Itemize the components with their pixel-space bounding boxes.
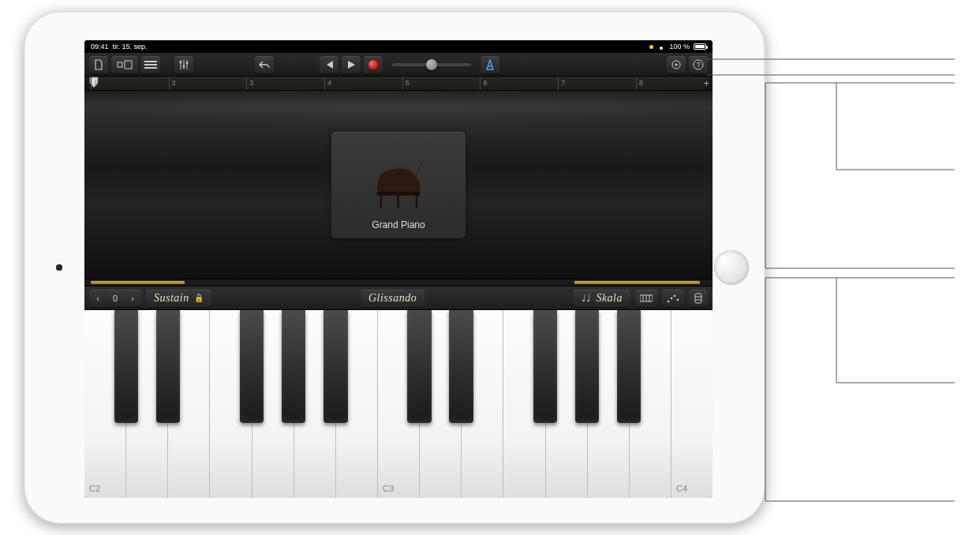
grand-piano-icon xyxy=(367,156,430,211)
scale-label: Skala xyxy=(596,292,623,305)
keyboard-controls: ‹ 0 › Sustain 🔒 Glissando ♩♩ Skala xyxy=(84,286,713,310)
keyboard-settings-icon xyxy=(694,293,703,304)
black-key[interactable] xyxy=(114,310,138,423)
help-icon: ? xyxy=(693,59,704,70)
metronome-button[interactable] xyxy=(481,56,499,73)
svg-point-5 xyxy=(180,61,182,63)
black-key[interactable] xyxy=(407,310,431,423)
octave-up-button[interactable]: › xyxy=(124,290,141,307)
gear-icon xyxy=(671,59,682,70)
glissando-button[interactable]: Glissando xyxy=(361,290,425,307)
track-controls-button[interactable] xyxy=(174,56,193,73)
black-key[interactable] xyxy=(282,310,305,423)
scale-button[interactable]: ♩♩ Skala xyxy=(574,290,630,307)
browser-icon xyxy=(117,60,133,69)
go-to-beginning-button[interactable] xyxy=(320,56,339,73)
scroll-segment-icon xyxy=(574,281,700,284)
arpeggiator-icon xyxy=(667,294,679,303)
svg-rect-25 xyxy=(695,294,701,303)
browser-button[interactable] xyxy=(111,56,138,73)
home-button[interactable] xyxy=(714,250,749,285)
rewind-icon xyxy=(324,60,335,69)
slider-knob-icon xyxy=(426,59,437,70)
sustain-button[interactable]: Sustain 🔒 xyxy=(146,290,211,307)
black-key[interactable] xyxy=(575,310,599,423)
instrument-area: Grand Piano xyxy=(84,91,713,279)
keyboard-layout-icon xyxy=(640,294,653,303)
instrument-selector[interactable]: Grand Piano xyxy=(331,132,466,238)
play-icon xyxy=(346,60,356,69)
octave-label: C2 xyxy=(89,484,100,493)
wifi-icon xyxy=(657,43,665,50)
black-key[interactable] xyxy=(449,310,473,423)
undo-icon xyxy=(258,60,271,69)
status-date: tir. 15. sep. xyxy=(113,43,148,51)
record-icon xyxy=(368,60,378,69)
loop-region-icon xyxy=(89,77,705,90)
keyboard-scroll-strip[interactable] xyxy=(84,279,713,286)
black-key[interactable] xyxy=(533,310,557,423)
piano-keyboard[interactable]: C2 C3 C4 xyxy=(84,310,713,498)
ruler-bar: 7 xyxy=(558,77,565,90)
privacy-indicator-icon xyxy=(649,45,653,49)
my-songs-button[interactable] xyxy=(89,56,108,73)
svg-rect-16 xyxy=(416,195,417,208)
ruler-bar: 2 xyxy=(169,77,176,90)
svg-rect-1 xyxy=(125,61,132,69)
ios-status-bar: 09:41 tir. 15. sep. 100 % xyxy=(84,40,713,53)
ruler-bar: 8 xyxy=(636,77,643,90)
ruler[interactable]: 1 2 3 4 5 6 7 8 + xyxy=(84,77,713,91)
svg-rect-0 xyxy=(118,62,122,67)
svg-rect-3 xyxy=(144,64,157,65)
sustain-label: Sustain xyxy=(154,292,189,305)
play-button[interactable] xyxy=(342,56,361,73)
app-screen: 09:41 tir. 15. sep. 100 % xyxy=(84,40,713,498)
ipad-device-frame: 09:41 tir. 15. sep. 100 % xyxy=(24,11,765,524)
white-key[interactable]: C4 xyxy=(671,310,713,498)
notes-icon: ♩♩ xyxy=(582,293,591,304)
document-icon xyxy=(93,59,104,70)
svg-point-22 xyxy=(671,297,673,299)
svg-rect-15 xyxy=(397,195,398,208)
octave-label: C3 xyxy=(383,484,394,493)
keyboard-layout-button[interactable] xyxy=(635,290,657,307)
tracks-view-button[interactable] xyxy=(141,56,160,73)
octave-down-button[interactable]: ‹ xyxy=(89,290,107,307)
svg-point-6 xyxy=(183,65,185,67)
arpeggiator-button[interactable] xyxy=(662,290,684,307)
svg-point-23 xyxy=(674,294,676,297)
help-button[interactable]: ? xyxy=(689,56,708,73)
battery-icon xyxy=(694,43,706,50)
black-key[interactable] xyxy=(324,310,347,423)
black-key[interactable] xyxy=(617,310,641,423)
sliders-icon xyxy=(178,59,189,70)
undo-button[interactable] xyxy=(255,56,274,73)
tracks-icon xyxy=(144,60,157,69)
ruler-bar: 3 xyxy=(246,77,253,90)
scroll-segment-icon xyxy=(91,281,185,284)
ruler-bar: 1 xyxy=(91,77,98,90)
svg-point-9 xyxy=(675,63,678,65)
black-key[interactable] xyxy=(240,310,264,423)
lock-icon: 🔒 xyxy=(194,294,204,302)
battery-percent: 100 % xyxy=(669,43,690,51)
octave-label: C4 xyxy=(676,484,687,493)
svg-point-24 xyxy=(677,298,679,301)
add-section-button[interactable]: + xyxy=(703,77,709,89)
svg-rect-12 xyxy=(377,192,420,196)
status-time: 09:41 xyxy=(91,43,109,51)
metronome-icon xyxy=(484,59,496,70)
svg-point-7 xyxy=(186,62,189,64)
svg-rect-4 xyxy=(144,67,157,69)
record-button[interactable] xyxy=(364,56,383,73)
instrument-name-label: Grand Piano xyxy=(372,219,425,230)
svg-text:?: ? xyxy=(696,61,700,69)
keyboard-settings-button[interactable] xyxy=(689,290,708,307)
svg-point-21 xyxy=(668,300,670,302)
octave-display: 0 xyxy=(107,290,124,307)
black-key[interactable] xyxy=(156,310,180,423)
ruler-bar: 4 xyxy=(324,77,331,90)
settings-button[interactable] xyxy=(667,56,686,73)
ruler-bar: 6 xyxy=(480,77,487,90)
master-volume-slider[interactable] xyxy=(392,63,471,66)
